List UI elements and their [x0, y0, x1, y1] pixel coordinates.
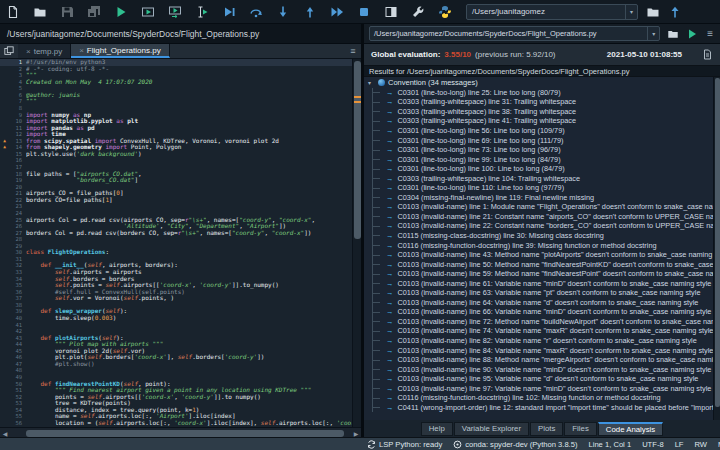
message-arrow-icon: → [386, 155, 394, 164]
analysis-message[interactable]: →C0303 (trailing-whitespace) line 31: Tr… [364, 97, 720, 107]
pane-tab-plots[interactable]: Plots [530, 422, 563, 436]
analysis-message[interactable]: →C0103 (invalid-name) line 64: Variable … [364, 298, 720, 308]
message-arrow-icon: → [386, 355, 394, 364]
run-selection-icon[interactable] [195, 5, 209, 19]
analysis-message[interactable]: →C0103 (invalid-name) line 97: Variable … [364, 383, 720, 393]
analysis-message[interactable]: →C0103 (invalid-name) line 74: Variable … [364, 326, 720, 336]
code-editor[interactable]: 1#!/usr/bin/env python32# -*- coding: ut… [0, 59, 361, 427]
debug-icon[interactable] [222, 5, 236, 19]
chevron-down-icon[interactable]: ▾ [625, 5, 637, 19]
analysis-message[interactable]: →C0103 (invalid-name) line 84: Variable … [364, 345, 720, 355]
continue-icon[interactable] [330, 5, 344, 19]
analysis-message[interactable]: →C0303 (trailing-whitespace) line 38: Tr… [364, 107, 720, 117]
editor-horizontal-scrollbar[interactable]: ◀ ▶ [0, 427, 361, 437]
scrollbar-thumb[interactable] [26, 430, 344, 437]
output-log-icon[interactable] [702, 49, 713, 60]
tree-branch [372, 278, 386, 288]
analysis-file-combo[interactable]: /Users/juanitagomez/Documents/SpyderDocs… [369, 26, 660, 41]
analysis-message[interactable]: →C0411 (wrong-import-order) line 12: sta… [364, 403, 720, 413]
permissions-status: RW [695, 440, 708, 449]
save-all-icon[interactable] [87, 5, 101, 19]
step-into-icon[interactable] [276, 5, 290, 19]
analysis-message[interactable]: →C0103 (invalid-name) line 1: Module nam… [364, 202, 720, 212]
tab-label: Flight_Operations.py [87, 46, 161, 55]
tabbar-options-icon[interactable]: ≡ [345, 44, 361, 58]
tree-branch [372, 250, 386, 260]
message-text: C0303 (trailing-whitespace) line 41: Tra… [398, 116, 576, 125]
code-line[interactable]: 56 location = (self.airports.loc[:, 'coo… [0, 420, 352, 427]
analysis-message[interactable]: →C0115 (missing-class-docstring) line 30… [364, 231, 720, 241]
analysis-message[interactable]: →C0103 (invalid-name) line 59: Method na… [364, 269, 720, 279]
analysis-message[interactable]: →C0116 (missing-function-docstring) line… [364, 393, 720, 403]
category-convention[interactable]: ▾ Convention (34 messages) [364, 77, 720, 88]
close-tab-icon[interactable]: × [26, 47, 31, 56]
analysis-message[interactable]: →C0103 (invalid-name) line 90: Variable … [364, 364, 720, 374]
analysis-message[interactable]: →C0103 (invalid-name) line 72: Method na… [364, 317, 720, 327]
scrollbar-thumb[interactable] [354, 61, 361, 239]
analysis-message[interactable]: →C0301 (line-too-long) line 25: Line too… [364, 88, 720, 98]
parent-directory-icon[interactable] [668, 5, 682, 19]
analysis-message[interactable]: →C0103 (invalid-name) line 22: Constant … [364, 221, 720, 231]
editor-tab-temp-py[interactable]: ×temp.py [18, 44, 71, 58]
analysis-message[interactable]: →C0301 (line-too-long) line 110: Line to… [364, 183, 720, 193]
analysis-message[interactable]: →C0116 (missing-function-docstring) line… [364, 240, 720, 250]
pane-tab-code-analysis[interactable]: Code Analysis [598, 422, 663, 436]
close-tab-icon[interactable]: × [79, 46, 84, 55]
message-arrow-icon: → [386, 250, 394, 259]
analysis-message[interactable]: →C0301 (line-too-long) line 56: Line too… [364, 126, 720, 136]
collapse-chevron-icon[interactable]: ▾ [368, 79, 375, 86]
analysis-message[interactable]: →C0103 (invalid-name) line 63: Variable … [364, 288, 720, 298]
run-cell-icon[interactable] [141, 5, 155, 19]
run-cell-advance-icon[interactable] [168, 5, 182, 19]
analysis-message[interactable]: →C0303 (trailing-whitespace) line 41: Tr… [364, 116, 720, 126]
message-arrow-icon: → [386, 403, 394, 412]
analysis-message[interactable]: →C0301 (line-too-long) line 69: Line too… [364, 135, 720, 145]
analysis-message[interactable]: →C0303 (trailing-whitespace) line 104: T… [364, 173, 720, 183]
analysis-message[interactable]: →C0103 (invalid-name) line 88: Method na… [364, 355, 720, 365]
analysis-message[interactable]: →C0103 (invalid-name) line 21: Constant … [364, 212, 720, 222]
pane-options-icon[interactable]: ≡ [705, 28, 715, 39]
step-over-icon[interactable] [249, 5, 263, 19]
tree-branch [372, 193, 386, 203]
browse-directory-icon[interactable] [646, 5, 660, 19]
message-arrow-icon: → [386, 365, 394, 374]
chevron-down-icon[interactable]: ▾ [647, 27, 659, 40]
analysis-message[interactable]: →C0103 (invalid-name) line 50: Method na… [364, 259, 720, 269]
new-file-icon[interactable] [6, 5, 20, 19]
analysis-message[interactable]: →C0301 (line-too-long) line 100: Line to… [364, 164, 720, 174]
pane-tab-files[interactable]: Files [564, 422, 596, 436]
scrollbar-thumb[interactable] [715, 78, 720, 407]
browse-tabs-icon[interactable] [0, 44, 18, 58]
open-file-icon[interactable] [33, 5, 47, 19]
pane-tab-variable-explorer[interactable]: Variable Explorer [454, 422, 529, 436]
message-arrow-icon: → [386, 279, 394, 288]
analysis-message[interactable]: →C0103 (invalid-name) line 43: Method na… [364, 250, 720, 260]
message-arrow-icon: → [386, 307, 394, 316]
save-icon[interactable] [60, 5, 74, 19]
run-analysis-icon[interactable] [686, 28, 698, 40]
analysis-message[interactable]: →C0103 (invalid-name) line 66: Variable … [364, 307, 720, 317]
analysis-message[interactable]: →C0103 (invalid-name) line 61: Variable … [364, 278, 720, 288]
analysis-message[interactable]: →C0301 (line-too-long) line 99: Line too… [364, 154, 720, 164]
environment-status[interactable]: conda: spyder-dev (Python 3.8.5) [453, 440, 577, 449]
step-return-icon[interactable] [303, 5, 317, 19]
editor-tab-flight-operations-py[interactable]: ×Flight_Operations.py [71, 44, 170, 58]
editor-vertical-scrollbar[interactable] [352, 59, 361, 427]
message-arrow-icon: → [386, 116, 394, 125]
python-path-icon[interactable] [438, 5, 452, 19]
tools-icon[interactable] [411, 5, 425, 19]
analysis-message[interactable]: →C0103 (invalid-name) line 82: Variable … [364, 336, 720, 346]
select-file-icon[interactable] [667, 28, 679, 40]
working-directory-combo[interactable]: /Users/juanitagomez ▾ [466, 4, 638, 20]
maximize-pane-icon[interactable] [384, 5, 398, 19]
analysis-message[interactable]: →C0103 (invalid-name) line 95: Variable … [364, 374, 720, 384]
analysis-vertical-scrollbar[interactable] [713, 77, 720, 420]
pane-tab-help[interactable]: Help [421, 422, 453, 436]
tree-branch [372, 221, 386, 231]
analysis-message[interactable]: →C0301 (line-too-long) line 73: Line too… [364, 145, 720, 155]
eol-status: LF [675, 440, 684, 449]
run-icon[interactable] [114, 5, 128, 19]
analysis-message[interactable]: →C0304 (missing-final-newline) line 119:… [364, 193, 720, 203]
message-arrow-icon: → [386, 126, 394, 135]
stop-icon[interactable] [357, 5, 371, 19]
